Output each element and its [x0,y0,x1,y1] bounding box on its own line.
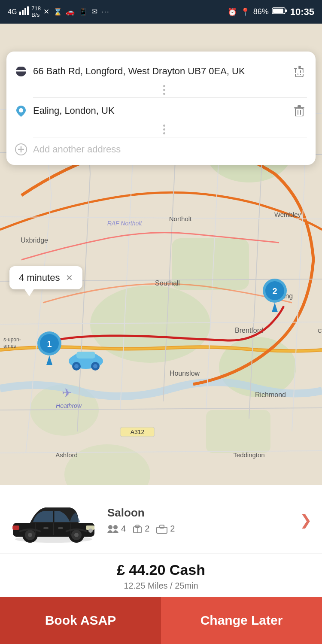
svg-rect-5 [273,9,283,13]
svg-rect-65 [295,108,303,116]
car-section: Saloon 4 2 [0,485,322,554]
origin-row[interactable]: 66 Bath Rd, Longford, West Drayton UB7 0… [15,59,307,83]
price-label: £ 44.20 Cash [0,562,322,578]
eta-bubble: 4 minutes ✕ [9,266,82,289]
svg-text:2: 2 [272,286,277,296]
svg-text:Northolt: Northolt [169,215,192,222]
svg-rect-86 [58,527,63,529]
map-area[interactable]: A312 ✈ Heathrow Uxbridge RAF Northolt No… [0,24,322,515]
car-info: Saloon 4 2 [103,506,300,534]
menu-button[interactable] [9,54,33,79]
svg-point-81 [74,533,79,537]
svg-point-89 [113,525,118,529]
bag-icon [156,524,167,534]
svg-rect-6 [285,9,287,12]
add-address-placeholder: Add another address [33,144,121,155]
connector-dots-2 [15,123,307,136]
svg-rect-75 [12,526,19,530]
luggage-spec-1: 2 [133,524,149,534]
car-image [4,494,103,546]
destination-row[interactable]: Ealing, London, UK [15,99,307,123]
svg-rect-0 [19,12,21,15]
svg-text:RAF Northolt: RAF Northolt [107,220,143,227]
status-bar: 4G 718B/s ✕ ⌛ 🚗 📱 ✉ ··· ⏰ 📍 86% 10:35 [0,0,322,24]
svg-text:1: 1 [47,339,52,349]
svg-rect-14 [206,410,270,453]
car-specs: 4 2 2 [107,524,300,534]
car-type-label: Saloon [107,506,300,519]
svg-rect-49 [14,70,28,72]
svg-point-62 [19,108,23,112]
bottom-panel: Saloon 4 2 [0,485,322,644]
svg-rect-2 [24,8,26,15]
svg-text:ames: ames [3,343,16,349]
svg-point-11 [90,286,210,363]
status-right-icons: ⏰ 📍 86% 10:35 [228,6,314,18]
luggage-spec-2: 2 [156,524,175,534]
passenger-spec: 4 [107,524,126,534]
svg-text:Hounslow: Hounslow [170,370,200,377]
book-asap-button[interactable]: Book ASAP [0,597,161,644]
svg-point-78 [28,533,32,537]
svg-line-55 [304,59,310,63]
svg-rect-3 [27,6,29,15]
svg-rect-10 [172,238,249,290]
price-section: £ 44.20 Cash 12.25 Miles / 25min [0,554,322,597]
svg-point-43 [93,364,97,368]
battery-icon [272,7,287,17]
connector-dots [15,83,307,97]
svg-text:Ashford: Ashford [55,451,78,459]
status-left-icons: 4G 718B/s ✕ ⌛ 🚗 📱 ✉ ··· [8,6,110,18]
svg-text:A312: A312 [131,428,145,435]
alarm-icon: ⏰ [228,7,237,17]
car-next-chevron[interactable]: ❯ [300,511,312,529]
add-address-icon [15,143,27,155]
svg-point-87 [88,529,93,533]
battery-percent: 86% [253,7,269,16]
svg-text:Wembley: Wembley [274,211,301,218]
svg-rect-39 [76,352,95,358]
svg-text:Chi...: Chi... [318,328,322,334]
svg-line-54 [298,59,304,63]
map-view-button[interactable] [289,54,313,79]
destination-pin-icon [15,105,27,117]
data-rate-icon: 718B/s [31,6,41,18]
svg-text:Southall: Southall [155,279,180,287]
eta-text: 4 minutes [19,272,60,283]
origin-address: 66 Bath Rd, Longford, West Drayton UB7 0… [33,65,292,78]
network-icon: 4G [8,8,17,16]
misc-icons: ✕ ⌛ 🚗 📱 ✉ ··· [43,7,110,16]
svg-text:Richmond: Richmond [255,391,286,398]
passenger-count: 4 [121,524,126,534]
svg-rect-64 [298,105,301,107]
svg-point-88 [108,525,112,529]
svg-text:s-upon-: s-upon- [3,337,21,343]
svg-text:✈: ✈ [62,386,72,400]
svg-rect-48 [14,65,28,67]
svg-text:Uxbridge: Uxbridge [21,237,48,244]
close-bubble-button[interactable]: ✕ [66,273,73,283]
luggage1-count: 2 [145,524,149,534]
destination-address: Ealing, London, UK [33,105,292,117]
address-divider-2 [33,137,307,137]
svg-rect-47 [14,61,28,62]
svg-rect-85 [43,527,49,529]
luggage2-count: 2 [170,524,175,534]
signal-bars-icon [19,6,29,17]
svg-rect-1 [22,10,24,15]
svg-point-42 [74,364,79,368]
passengers-icon [107,524,118,534]
destination-delete-button[interactable] [292,103,307,118]
address-card: 66 Bath Rd, Longford, West Drayton UB7 0… [6,52,316,165]
svg-text:Teddington: Teddington [233,451,264,459]
location-icon: 📍 [240,7,250,17]
change-later-button[interactable]: Change Later [161,597,322,644]
trip-details: 12.25 Miles / 25min [0,581,322,591]
suitcase-icon [133,524,142,534]
action-buttons: Book ASAP Change Later [0,597,322,644]
add-address-row[interactable]: Add another address [15,138,307,157]
time-display: 10:35 [290,6,314,18]
address-divider-1 [33,97,307,98]
svg-text:Heathrow: Heathrow [56,402,82,409]
